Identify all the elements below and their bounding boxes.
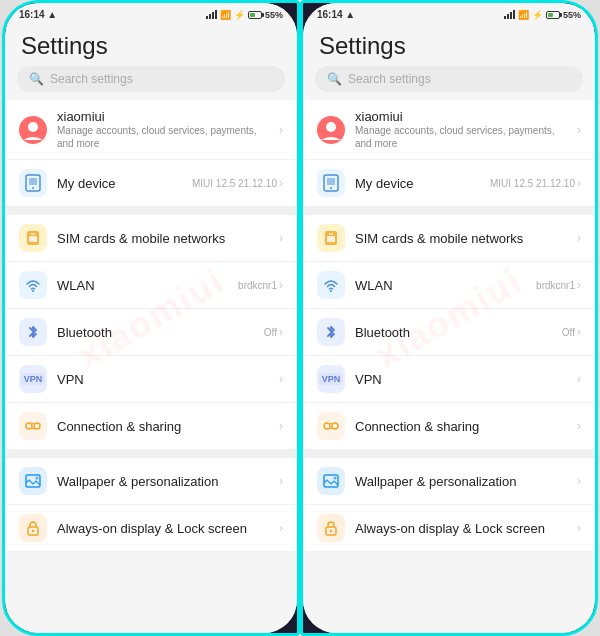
wallpaper-right-left: › (279, 474, 283, 488)
lock-title-right: Always-on display & Lock screen (355, 521, 567, 536)
svg-point-4 (32, 187, 34, 189)
connection-content-left: Connection & sharing (57, 419, 269, 434)
vpn-right-right: › (577, 372, 581, 386)
search-placeholder-right: Search settings (348, 72, 431, 86)
svg-rect-22 (329, 233, 333, 235)
wallpaper-icon-left (19, 467, 47, 495)
mydevice-icon-left (19, 169, 47, 197)
sim-content-left: SIM cards & mobile networks (57, 231, 269, 246)
svg-point-19 (330, 187, 332, 189)
connection-icon-left (19, 412, 47, 440)
xiaomiui-content-left: xiaomiui Manage accounts, cloud services… (57, 109, 269, 150)
battery-icon-right (546, 11, 560, 19)
wifi-icon: 📶 (220, 10, 231, 20)
connection-item-left[interactable]: Connection & sharing › (5, 403, 297, 450)
mydevice-right-left: MIUI 12.5 21.12.10 › (192, 176, 283, 190)
mydevice-item-left[interactable]: My device MIUI 12.5 21.12.10 › (5, 160, 297, 207)
lock-chevron-right: › (577, 521, 581, 535)
wallpaper-item-right[interactable]: Wallpaper & personalization › (303, 458, 595, 505)
wlan-content-left: WLAN (57, 278, 228, 293)
connection-title-left: Connection & sharing (57, 419, 269, 434)
xiaomiui-subtitle-left: Manage accounts, cloud services, payment… (57, 124, 269, 150)
search-icon-left: 🔍 (29, 72, 44, 86)
wlan-value-left: brdkcnr1 (238, 280, 277, 291)
battery-icon (248, 11, 262, 19)
mydevice-item-right[interactable]: My device MIUI 12.5 21.12.10 › (303, 160, 595, 207)
wallpaper-title-right: Wallpaper & personalization (355, 474, 567, 489)
vpn-title-left: VPN (57, 372, 269, 387)
wlan-title-right: WLAN (355, 278, 526, 293)
xiaomiui-chevron-right: › (577, 123, 581, 137)
svg-rect-3 (29, 178, 37, 185)
sim-item-left[interactable]: SIM cards & mobile networks › (5, 215, 297, 262)
lock-content-left: Always-on display & Lock screen (57, 521, 269, 536)
wlan-item-left[interactable]: WLAN brdkcnr1 › (5, 262, 297, 309)
svg-point-9 (26, 423, 32, 429)
svg-point-14 (32, 530, 34, 532)
wlan-icon-right (317, 271, 345, 299)
bluetooth-item-right[interactable]: Bluetooth Off › (303, 309, 595, 356)
divider2-right (303, 450, 595, 458)
lock-item-right[interactable]: Always-on display & Lock screen › (303, 505, 595, 552)
bluetooth-icon-left (19, 318, 47, 346)
vpn-item-right[interactable]: VPN VPN › (303, 356, 595, 403)
wallpaper-content-right: Wallpaper & personalization (355, 474, 567, 489)
lock-title-left: Always-on display & Lock screen (57, 521, 269, 536)
lock-right-left: › (279, 521, 283, 535)
wallpaper-title-left: Wallpaper & personalization (57, 474, 269, 489)
svg-point-8 (32, 290, 34, 292)
vpn-content-right: VPN (355, 372, 567, 387)
sim-item-right[interactable]: SIM cards & mobile networks › (303, 215, 595, 262)
search-bar-left[interactable]: 🔍 Search settings (17, 66, 285, 92)
vpn-title-right: VPN (355, 372, 567, 387)
sim-icon-left (19, 224, 47, 252)
bluetooth-title-left: Bluetooth (57, 325, 254, 340)
lock-right-right: › (577, 521, 581, 535)
lock-icon-left (19, 514, 47, 542)
connection-item-right[interactable]: Connection & sharing › (303, 403, 595, 450)
battery-percent: 55% (265, 10, 283, 20)
screen-content-right: Settings 🔍 Search settings (303, 24, 595, 633)
mydevice-value-right: MIUI 12.5 21.12.10 (490, 178, 575, 189)
xiaomiui-item-left[interactable]: xiaomiui Manage accounts, cloud services… (5, 100, 297, 160)
xiaomiui-content-right: xiaomiui Manage accounts, cloud services… (355, 109, 567, 150)
xiaomiui-right-right: › (577, 123, 581, 137)
wallpaper-right-right: › (577, 474, 581, 488)
vpn-item-left[interactable]: VPN VPN › (5, 356, 297, 403)
mydevice-title-left: My device (57, 176, 182, 191)
connection-content-right: Connection & sharing (355, 419, 567, 434)
divider2-left (5, 450, 297, 458)
bluetooth-icon-right (317, 318, 345, 346)
bluetooth-right-left: Off › (264, 325, 283, 339)
wlan-chevron-right: › (577, 278, 581, 292)
xiaomiui-subtitle-right: Manage accounts, cloud services, payment… (355, 124, 567, 150)
search-placeholder-left: Search settings (50, 72, 133, 86)
svg-point-27 (334, 477, 337, 480)
sim-chevron-left: › (279, 231, 283, 245)
lock-item-left[interactable]: Always-on display & Lock screen › (5, 505, 297, 552)
screen-content-left: Settings 🔍 Search settings (5, 24, 297, 633)
mydevice-value-left: MIUI 12.5 21.12.10 (192, 178, 277, 189)
search-bar-right[interactable]: 🔍 Search settings (315, 66, 583, 92)
divider1-right (303, 207, 595, 215)
wlan-item-right[interactable]: WLAN brdkcnr1 › (303, 262, 595, 309)
lock-icon-right (317, 514, 345, 542)
xiaomiui-item-right[interactable]: xiaomiui Manage accounts, cloud services… (303, 100, 595, 160)
svg-point-16 (326, 122, 336, 132)
svg-point-10 (34, 423, 40, 429)
svg-point-23 (330, 290, 332, 292)
wallpaper-content-left: Wallpaper & personalization (57, 474, 269, 489)
connection-icon-right (317, 412, 345, 440)
status-icons-left: 📶 ⚡ 55% (206, 10, 283, 20)
wallpaper-item-left[interactable]: Wallpaper & personalization › (5, 458, 297, 505)
svg-point-24 (324, 423, 330, 429)
sim-content-right: SIM cards & mobile networks (355, 231, 567, 246)
wlan-title-left: WLAN (57, 278, 228, 293)
mydevice-content-right: My device (355, 176, 480, 191)
battery-percent-right: 55% (563, 10, 581, 20)
xiaomiui-title-right: xiaomiui (355, 109, 567, 124)
charging-icon: ⚡ (234, 10, 245, 20)
vpn-chevron-left: › (279, 372, 283, 386)
bluetooth-item-left[interactable]: Bluetooth Off › (5, 309, 297, 356)
vpn-chevron-right: › (577, 372, 581, 386)
